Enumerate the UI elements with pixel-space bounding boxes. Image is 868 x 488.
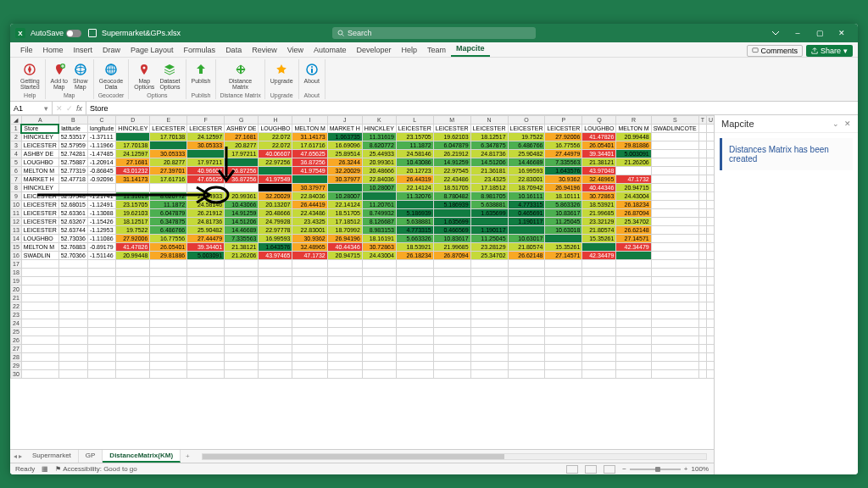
cell[interactable]	[545, 286, 582, 294]
cell[interactable]	[651, 370, 698, 379]
cell[interactable]	[225, 302, 259, 311]
ribbon-tab-formulas[interactable]: Formulas	[179, 43, 221, 57]
view-layout-icon[interactable]	[585, 465, 597, 474]
row-header[interactable]: 22	[11, 302, 22, 311]
cell[interactable]: 7.335563	[545, 158, 582, 167]
view-normal-icon[interactable]	[566, 465, 578, 474]
cell[interactable]	[225, 277, 259, 286]
cell[interactable]: 5.638881	[396, 218, 433, 226]
cell[interactable]: 1.190117	[508, 218, 545, 226]
cell[interactable]	[327, 336, 362, 345]
cell[interactable]: 27.44979	[545, 150, 582, 158]
cell[interactable]	[651, 345, 698, 353]
row-header[interactable]: 27	[11, 345, 22, 353]
cell[interactable]	[21, 286, 58, 294]
cell[interactable]: 27.92006	[116, 235, 150, 243]
cell[interactable]: 36.87256	[225, 175, 259, 184]
cell[interactable]	[225, 319, 259, 328]
cell[interactable]	[327, 345, 362, 353]
cell[interactable]	[698, 345, 706, 353]
sheet-tab-distancematrix(km)[interactable]: DistanceMatrix(KM)	[103, 450, 181, 463]
cell[interactable]	[116, 345, 150, 353]
cell[interactable]: 27.14571	[545, 252, 582, 260]
cell[interactable]	[616, 260, 651, 269]
cell[interactable]	[433, 209, 470, 218]
cell[interactable]	[698, 175, 706, 184]
cell[interactable]: 22.97545	[433, 167, 470, 175]
cell[interactable]	[396, 302, 433, 311]
cell[interactable]: 8.620772	[362, 141, 396, 150]
cell[interactable]: 17.70138	[150, 133, 187, 141]
cell[interactable]	[292, 302, 327, 311]
cell[interactable]: 6.486766	[508, 141, 545, 150]
cell[interactable]	[651, 260, 698, 269]
cell[interactable]: 16.99593	[259, 235, 292, 243]
cell[interactable]	[545, 269, 582, 277]
cell[interactable]: 20.12723	[396, 167, 433, 175]
cell[interactable]	[651, 184, 698, 192]
col-header-O[interactable]: O	[508, 116, 545, 125]
cell[interactable]	[582, 336, 616, 345]
cell[interactable]: 17.18512	[470, 184, 508, 192]
cell[interactable]	[508, 345, 545, 353]
cell[interactable]: 26.87094	[616, 209, 651, 218]
cell[interactable]	[150, 286, 187, 294]
cell[interactable]	[698, 302, 706, 311]
cell[interactable]: 26.94196	[545, 184, 582, 192]
cell[interactable]: 26.94196	[327, 235, 362, 243]
cell[interactable]	[651, 362, 698, 370]
cell[interactable]	[698, 184, 706, 192]
cell[interactable]	[651, 150, 698, 158]
cell[interactable]: 23.28129	[470, 243, 508, 252]
cell[interactable]	[362, 302, 396, 311]
cell[interactable]: 8.983153	[362, 226, 396, 235]
cell[interactable]: 52.68015	[58, 201, 87, 209]
cell[interactable]: 26.3244	[327, 158, 362, 167]
cell[interactable]: 21.26206	[616, 158, 651, 167]
cell[interactable]	[433, 302, 470, 311]
cell[interactable]	[58, 328, 87, 336]
cell[interactable]	[187, 150, 225, 158]
cell[interactable]: 26.21912	[187, 209, 225, 218]
cell[interactable]: -1.12491	[87, 201, 115, 209]
cell[interactable]	[225, 345, 259, 353]
cell[interactable]	[150, 302, 187, 311]
cell[interactable]: 10.83617	[545, 209, 582, 218]
cell[interactable]	[616, 362, 651, 370]
cell[interactable]: 11.31619	[362, 133, 396, 141]
cell[interactable]	[259, 277, 292, 286]
toggle-icon[interactable]	[66, 30, 81, 37]
cell[interactable]: 52.75887	[58, 158, 87, 167]
cell[interactable]: 43.97465	[259, 252, 292, 260]
cell[interactable]	[187, 345, 225, 353]
cell[interactable]: 30.05333	[150, 150, 187, 158]
col-header-I[interactable]: I	[292, 116, 327, 125]
cell[interactable]: LEICESTER	[508, 125, 545, 133]
cell[interactable]	[707, 133, 714, 141]
col-header-L[interactable]: L	[396, 116, 433, 125]
col-header-K[interactable]: K	[362, 116, 396, 125]
cell[interactable]	[292, 362, 327, 370]
cell[interactable]: 17.97211	[187, 158, 225, 167]
cell[interactable]: 11.25045	[545, 218, 582, 226]
cell[interactable]	[707, 353, 714, 362]
cell[interactable]: 20.99361	[362, 158, 396, 167]
row-header[interactable]: 24	[11, 319, 22, 328]
cell[interactable]	[292, 269, 327, 277]
cell[interactable]	[116, 184, 150, 192]
row-header[interactable]: 9	[11, 192, 22, 201]
cell[interactable]	[651, 192, 698, 201]
cell[interactable]	[327, 302, 362, 311]
cell[interactable]: 21.36181	[470, 167, 508, 175]
chevron-down-icon[interactable]: ⌄	[832, 119, 839, 128]
cell[interactable]	[396, 336, 433, 345]
cell[interactable]: 18.51705	[433, 184, 470, 192]
cell[interactable]: -1.11966	[87, 141, 115, 150]
cell[interactable]	[259, 167, 292, 175]
cell[interactable]	[259, 184, 292, 192]
cell[interactable]	[707, 218, 714, 226]
row-header[interactable]: 10	[11, 201, 22, 209]
cell[interactable]	[707, 336, 714, 345]
cell[interactable]: 30.37977	[292, 184, 327, 192]
cell[interactable]: 52.63361	[58, 209, 87, 218]
